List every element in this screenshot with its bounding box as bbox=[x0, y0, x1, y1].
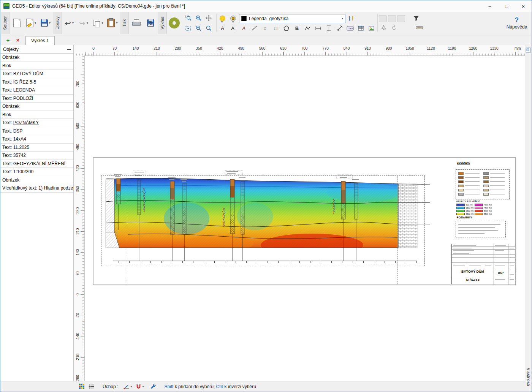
object-list-item[interactable]: Obrázek bbox=[0, 54, 73, 62]
dropdown-caret-icon[interactable]: ▾ bbox=[49, 21, 51, 25]
pan-button[interactable] bbox=[204, 13, 214, 23]
undo-button[interactable]: ↩▾ bbox=[62, 12, 76, 34]
close-button[interactable]: × bbox=[515, 0, 532, 12]
object-list-item[interactable]: Text: 1:100/200 bbox=[0, 168, 73, 176]
velocity-swatch bbox=[475, 213, 483, 215]
zoom-in-button[interactable] bbox=[193, 13, 203, 23]
text-cursor-tool-button[interactable]: A bbox=[228, 25, 238, 32]
table-tool-button[interactable] bbox=[356, 25, 366, 32]
maximize-button[interactable]: □ bbox=[498, 0, 515, 12]
ruler-mark: 840 bbox=[344, 46, 350, 51]
tab-vykres-1[interactable]: Výkres 1 bbox=[25, 36, 55, 45]
zoom-window-button[interactable] bbox=[183, 13, 193, 23]
wrench-icon[interactable] bbox=[150, 384, 157, 389]
zoom-out-button[interactable] bbox=[193, 23, 203, 33]
object-list-item[interactable]: Blok bbox=[0, 111, 73, 119]
ruler-mark: 0 bbox=[76, 289, 80, 299]
ellipse-tool-button[interactable]: ○ bbox=[260, 25, 270, 32]
object-list-item[interactable]: Text: PODLOŽÍ bbox=[0, 95, 73, 103]
object-list-item[interactable]: Text: 11.2025 bbox=[0, 144, 73, 152]
object-list-item[interactable]: Text: GEOFYZIKÁLNÍ MĚŘENÍ bbox=[0, 160, 73, 168]
cad-import-button[interactable]: CAD bbox=[345, 25, 355, 32]
mirror-button[interactable] bbox=[379, 24, 388, 32]
combo-caret-icon[interactable]: ▾ bbox=[342, 17, 343, 20]
title-block[interactable]: BYTOVÝ DŮM IG ŘEZ 5-5 DSP bbox=[451, 244, 515, 284]
object-list-item[interactable]: Text: IG ŘEZ 5-5 bbox=[0, 78, 73, 87]
object-list-item[interactable]: Blok bbox=[0, 62, 73, 70]
objects-list: ObrázekBlokText: BYTOVÝ DŮMText: IG ŘEZ … bbox=[0, 54, 73, 193]
object-list-item[interactable]: Text: 35742 bbox=[0, 152, 73, 160]
grid-settings-button[interactable] bbox=[78, 384, 86, 389]
dropdown-caret-icon[interactable]: ▾ bbox=[72, 21, 74, 25]
notes-box[interactable] bbox=[456, 221, 506, 237]
settings-button[interactable] bbox=[167, 12, 182, 34]
block-tool-button[interactable]: B bbox=[292, 25, 302, 32]
ruler-button[interactable] bbox=[415, 24, 424, 32]
collapse-panel-icon[interactable] bbox=[67, 49, 71, 50]
ruler-mark: 350 bbox=[196, 46, 202, 51]
dropdown-caret-icon[interactable]: ▾ bbox=[142, 385, 144, 388]
save-file-button[interactable]: ▾ bbox=[38, 12, 53, 34]
dropdown-caret-icon[interactable]: ▾ bbox=[130, 385, 132, 388]
remove-drawing-button[interactable]: × bbox=[13, 36, 22, 45]
help-label[interactable]: Nápověda bbox=[507, 24, 527, 30]
filter-button[interactable] bbox=[412, 15, 421, 22]
new-file-button[interactable] bbox=[10, 12, 24, 34]
object-list-item[interactable]: Text: POZNÁMKY bbox=[0, 119, 73, 127]
line-tool-button[interactable] bbox=[250, 25, 259, 32]
ruler-mark: 630 bbox=[280, 46, 287, 51]
dimension-horizontal-button[interactable] bbox=[314, 25, 323, 32]
image-tool-button[interactable] bbox=[367, 25, 376, 32]
text-edit-tool-button[interactable]: A bbox=[239, 25, 249, 32]
minimize-button[interactable]: – bbox=[481, 0, 498, 12]
page-navigator-icon[interactable] bbox=[526, 47, 531, 53]
help-area[interactable]: ? Nápověda bbox=[502, 12, 532, 34]
ruler-mark: 210 bbox=[76, 226, 80, 236]
refresh-legend-button[interactable] bbox=[347, 15, 356, 22]
dimension-aligned-button[interactable] bbox=[335, 25, 344, 32]
magnet-snap-button[interactable]: ▾ bbox=[135, 384, 144, 389]
list-settings-button[interactable] bbox=[88, 384, 95, 389]
object-list-item[interactable]: Víceřádkový text: 1) Hladina podzer bbox=[0, 184, 73, 193]
geology-legend-box[interactable] bbox=[456, 169, 510, 199]
legend-style-combobox[interactable]: Legenda_geofyzika ▾ bbox=[239, 14, 345, 23]
polygon-tool-button[interactable] bbox=[282, 25, 291, 32]
dropdown-caret-icon[interactable]: ▾ bbox=[87, 21, 88, 25]
rotate-button[interactable] bbox=[390, 24, 399, 32]
ruler-icon bbox=[416, 24, 423, 31]
notes-title[interactable]: POZNÁMKY bbox=[457, 216, 472, 219]
rectangle-tool-button[interactable]: □ bbox=[271, 25, 280, 32]
export-pdf-cad-button[interactable]: PDFCAD bbox=[143, 12, 158, 34]
help-icon[interactable]: ? bbox=[515, 16, 519, 24]
snap-mode-button[interactable]: ▾ bbox=[123, 384, 133, 389]
add-drawing-button[interactable]: + bbox=[3, 36, 13, 45]
properties-tab[interactable]: Vlastnosti bbox=[525, 362, 532, 391]
layer-visibility-button[interactable] bbox=[218, 15, 227, 22]
dimension-vertical-button[interactable] bbox=[324, 25, 334, 32]
legend-title[interactable]: LEGENDA bbox=[457, 161, 470, 164]
paste-button[interactable]: ▾ bbox=[105, 12, 120, 34]
object-list-item[interactable]: Obrázek bbox=[0, 176, 73, 185]
layer-lock-button[interactable] bbox=[228, 15, 238, 22]
rotate-icon bbox=[391, 24, 397, 31]
text-tool-button[interactable]: A bbox=[218, 25, 227, 32]
print-button[interactable] bbox=[129, 12, 143, 34]
redo-button[interactable]: ↪▾ bbox=[76, 12, 91, 34]
copy-button[interactable]: ▾ bbox=[91, 12, 105, 34]
zoom-100-button[interactable] bbox=[204, 23, 214, 33]
object-list-item[interactable]: Obrázek bbox=[0, 103, 73, 111]
dropdown-caret-icon[interactable]: ▾ bbox=[35, 21, 36, 25]
object-list-item[interactable]: Text: LEGENDA bbox=[0, 86, 73, 95]
polyline-tool-button[interactable] bbox=[303, 25, 312, 32]
drawing-canvas[interactable]: mm 0701402102803504204905606307007708409… bbox=[74, 45, 525, 381]
ruler-mark: 490 bbox=[238, 46, 244, 51]
dropdown-caret-icon[interactable]: ▾ bbox=[116, 21, 117, 25]
object-list-item[interactable]: Text: DSP bbox=[0, 127, 73, 136]
zoom-fit-button[interactable] bbox=[183, 23, 193, 33]
object-list-item[interactable]: Text: BYTOVÝ DŮM bbox=[0, 70, 73, 78]
open-file-button[interactable]: ▾ bbox=[24, 12, 38, 34]
object-list-item[interactable]: Text: 14xA4 bbox=[0, 135, 73, 144]
dropdown-caret-icon[interactable]: ▾ bbox=[101, 21, 103, 25]
drawing-page[interactable]: LEGENDA GEOFYZIKÁLNÍ MĚŘENÍ 500 m/s1500 … bbox=[93, 157, 516, 285]
snap-label: Úchop : bbox=[103, 384, 118, 389]
